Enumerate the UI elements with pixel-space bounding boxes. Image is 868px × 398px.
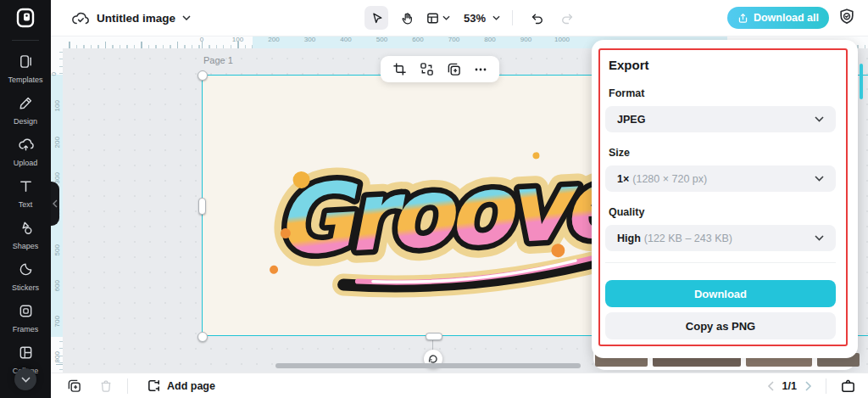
upload-icon	[18, 137, 34, 156]
sidebar: TemplatesDesignUploadTextShapesStickersF…	[0, 0, 51, 398]
vertical-scrollbar[interactable]	[860, 64, 863, 99]
undo-icon	[530, 11, 544, 25]
selection-handle-bottom[interactable]	[426, 333, 442, 340]
redo-icon	[560, 11, 575, 25]
chevron-down-icon	[492, 15, 500, 20]
quality-label: Quality	[609, 206, 644, 218]
chevron-down-icon	[815, 116, 824, 122]
sidebar-item-label: Stickers	[12, 283, 39, 292]
templates-icon	[18, 53, 34, 73]
sidebar-item-label: Text	[19, 200, 33, 209]
hand-tool-button[interactable]	[395, 6, 419, 30]
app-logo-icon	[14, 7, 36, 29]
sidebar-item-frames[interactable]: Frames	[0, 297, 51, 339]
sidebar-item-shapes[interactable]: Shapes	[0, 214, 51, 255]
chevron-down-icon	[442, 15, 450, 20]
sidebar-collapse-handle[interactable]	[51, 182, 59, 226]
artboard-icon	[426, 11, 440, 25]
download-button[interactable]: Download	[605, 280, 836, 307]
sidebar-item-label: Frames	[13, 325, 39, 334]
replace-button[interactable]	[416, 59, 437, 80]
sidebar-item-stickers[interactable]: Stickers	[0, 255, 51, 297]
top-toolbar: Untitled image 53%	[51, 0, 868, 36]
app-logo[interactable]	[14, 7, 36, 29]
privacy-shield-button[interactable]	[837, 8, 858, 28]
duplicate-button[interactable]	[443, 59, 464, 80]
sidebar-item-templates[interactable]: Templates	[0, 48, 51, 89]
add-page-icon	[147, 378, 161, 393]
sidebar-item-design[interactable]: Design	[0, 89, 51, 131]
document-title[interactable]: Untitled image	[97, 12, 175, 25]
chevron-down-icon	[815, 176, 824, 182]
duplicate-page-button[interactable]	[63, 376, 85, 396]
sidebar-item-label: Shapes	[13, 242, 39, 250]
stickers-icon	[18, 261, 34, 281]
text-icon	[18, 178, 34, 198]
frames-icon	[18, 303, 34, 322]
quality-dropdown[interactable]: High (122 KB – 243 KB)	[605, 225, 836, 251]
duplicate-icon	[447, 62, 461, 76]
hand-icon	[400, 11, 414, 25]
redo-button[interactable]	[555, 6, 579, 30]
sidebar-item-label: Templates	[8, 76, 42, 84]
shapes-icon	[18, 220, 34, 239]
page-label[interactable]: Page 1	[203, 55, 233, 65]
chevron-right-icon[interactable]	[805, 381, 812, 391]
selection-handle-top-left[interactable]	[198, 70, 208, 81]
sidebar-item-upload[interactable]: Upload	[0, 131, 51, 172]
zoom-menu[interactable]: 53%	[464, 12, 500, 25]
crop-button[interactable]	[389, 59, 409, 80]
select-tool-button[interactable]	[364, 6, 388, 30]
design-icon	[18, 95, 34, 115]
cloud-sync-icon	[71, 10, 90, 25]
chevron-left-icon	[53, 199, 58, 208]
sidebar-item-label: Design	[14, 117, 37, 126]
chevron-down-icon	[21, 377, 31, 383]
export-title: Export	[609, 58, 649, 72]
add-page-button[interactable]: Add page	[147, 378, 215, 393]
crop-icon	[392, 62, 407, 76]
sidebar-item-text[interactable]: Text	[0, 172, 51, 214]
selection-handle-bottom-left[interactable]	[198, 332, 208, 342]
chevron-down-icon	[815, 235, 824, 241]
floating-toolbar	[381, 56, 499, 82]
sidebar-more-button[interactable]	[14, 368, 36, 390]
replace-icon	[420, 62, 434, 76]
undo-button[interactable]	[525, 6, 548, 30]
shield-check-icon	[837, 8, 856, 26]
format-dropdown[interactable]: JPEG	[605, 106, 836, 132]
copy-as-png-button[interactable]: Copy as PNG	[605, 312, 836, 339]
sidebar-item-label: Upload	[14, 159, 38, 167]
more-options-button[interactable]	[470, 59, 491, 80]
cursor-icon	[370, 11, 383, 25]
package-icon[interactable]	[840, 378, 856, 394]
more-icon	[474, 63, 487, 76]
svg-text:Groove: Groove	[272, 148, 634, 277]
size-label: Size	[609, 147, 630, 159]
delete-page-button[interactable]	[95, 376, 117, 396]
export-panel: Export Format JPEG Size 1× (1280 × 720 p…	[592, 40, 858, 358]
duplicate-page-icon	[67, 378, 81, 393]
size-dropdown[interactable]: 1× (1280 × 720 px)	[605, 165, 836, 192]
horizontal-scrollbar[interactable]	[275, 363, 581, 368]
chevron-left-icon[interactable]	[767, 381, 774, 391]
download-all-button[interactable]: Download all	[727, 7, 829, 29]
trash-icon	[99, 379, 113, 393]
page-indicator: 1/1	[782, 380, 797, 392]
format-label: Format	[609, 87, 644, 99]
zoom-level: 53%	[464, 12, 486, 25]
selection-handle-left[interactable]	[198, 198, 206, 215]
collage-icon	[18, 345, 34, 364]
bottom-bar: Add page 1/1	[51, 373, 868, 398]
artboard-menu[interactable]	[426, 11, 450, 25]
chevron-down-icon[interactable]	[182, 15, 191, 20]
export-icon	[737, 13, 748, 24]
